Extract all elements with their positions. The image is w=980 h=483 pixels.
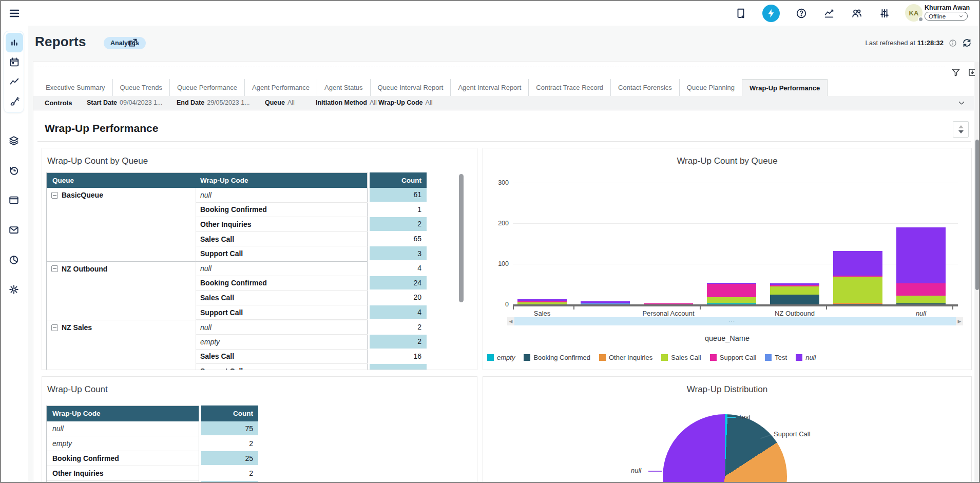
lightning-icon[interactable] — [762, 5, 780, 22]
filter-end-date[interactable]: End Date29/05/2023 1... — [177, 99, 250, 106]
refresh-icon[interactable] — [962, 38, 972, 48]
sidebar-design-icon[interactable] — [6, 91, 23, 111]
controls-collapse-icon[interactable] — [957, 99, 966, 107]
wrapup-code-cell[interactable]: Other Inquiries — [196, 217, 368, 232]
count-cell[interactable]: 2 — [201, 466, 258, 481]
bar-personal-account[interactable] — [644, 303, 693, 304]
count-cell[interactable]: 106 — [201, 481, 258, 483]
tab-queue-trends[interactable]: Queue Trends — [112, 79, 169, 96]
bar-segment-sales-call[interactable] — [896, 296, 946, 304]
sliders-icon[interactable] — [878, 7, 891, 20]
hamburger-menu-icon[interactable] — [8, 7, 21, 20]
bar-segment-support-call[interactable] — [707, 284, 756, 297]
sidebar-calendar-icon[interactable] — [6, 52, 23, 72]
wrapup-code-cell[interactable]: Support Call — [196, 364, 368, 370]
tab-agent-interval-report[interactable]: Agent Interval Report — [450, 79, 528, 96]
sidebar-layers-icon[interactable] — [5, 131, 23, 150]
wrapup-code-cell[interactable]: Booking Confirmed — [47, 451, 199, 466]
sidebar-history-icon[interactable] — [5, 161, 23, 180]
bar-segment-support-call[interactable] — [896, 283, 946, 296]
hscroll-thumb[interactable] — [514, 317, 956, 325]
wrapup-code-cell[interactable]: null — [196, 261, 368, 276]
queue-cell[interactable]: NZ Sales — [46, 320, 196, 335]
page-scrollbar-thumb[interactable] — [975, 140, 979, 290]
metrics-icon[interactable] — [823, 7, 835, 20]
tab-queue-planning[interactable]: Queue Planning — [679, 79, 742, 96]
sidebar-bar-chart-icon[interactable] — [6, 33, 23, 52]
bar-segment-booking-confirmed[interactable] — [833, 304, 882, 304]
table-scrollbar[interactable] — [459, 174, 464, 302]
wrapup-code-cell[interactable]: Sales Call — [196, 232, 368, 247]
bar-queue-2[interactable] — [581, 301, 630, 304]
table-header[interactable]: Queue Wrap-Up Code — [46, 172, 368, 188]
tab-agent-performance[interactable]: Agent Performance — [244, 79, 317, 96]
hscroll-right-button[interactable]: ▶ — [956, 317, 963, 325]
agent-status-select[interactable]: Offline — [925, 12, 968, 21]
bar-segment-null[interactable] — [833, 251, 882, 276]
bar-queue-4[interactable] — [707, 283, 756, 304]
legend-item-sales-call[interactable]: Sales Call — [661, 354, 701, 361]
table-header-count[interactable]: Count — [370, 172, 427, 188]
wrapup-code-cell[interactable]: Sales Call — [47, 481, 199, 483]
count-cell[interactable]: 4 — [370, 261, 427, 276]
tab-contract-trace-record[interactable]: Contract Trace Record — [528, 79, 610, 96]
spinner-up-icon[interactable] — [958, 125, 964, 128]
bar-segment-sales-call[interactable] — [770, 286, 819, 295]
count-cell[interactable]: 16 — [370, 350, 427, 364]
wrapup-code-cell[interactable]: Support Call — [196, 246, 368, 261]
filter-initiation-method[interactable]: Initiation MethodAll — [316, 99, 377, 106]
count-cell[interactable]: 75 — [201, 421, 258, 436]
tab-queue-interval-report[interactable]: Queue Interval Report — [370, 79, 451, 96]
wrapup-code-cell[interactable]: Other Inquiries — [47, 466, 199, 481]
count-cell[interactable]: 2 — [370, 335, 427, 350]
legend-item-booking-confirmed[interactable]: Booking Confirmed — [524, 354, 590, 361]
legend-item-empty[interactable]: empty — [487, 354, 515, 361]
wrapup-code-cell[interactable]: null — [196, 320, 368, 335]
bar-segment-booking-confirmed[interactable] — [770, 295, 819, 304]
avatar[interactable]: KA — [905, 4, 923, 22]
queue-cell[interactable]: NZ Outbound — [46, 261, 196, 276]
count-cell[interactable]: 61 — [370, 188, 427, 203]
sidebar-pie-chart-icon[interactable] — [5, 250, 23, 269]
bar-segment-support-call[interactable] — [644, 303, 693, 304]
count-cell[interactable]: 1 — [370, 203, 427, 218]
table-header[interactable]: Wrap-Up Code — [46, 405, 199, 421]
sidebar-gear-icon[interactable] — [5, 280, 23, 299]
tab-wrap-up-performance[interactable]: Wrap-Up Performance — [742, 79, 828, 96]
count-cell[interactable]: 3 — [370, 246, 427, 261]
bar-queue-6[interactable] — [833, 251, 882, 304]
tab-contact-forensics[interactable]: Contact Forensics — [610, 79, 679, 96]
bar-sales[interactable] — [517, 299, 567, 304]
tab-executive-summary[interactable]: Executive Summary — [39, 79, 112, 96]
count-cell[interactable]: 24 — [370, 276, 427, 291]
hscroll-left-button[interactable]: ◀ — [507, 317, 514, 325]
wrapup-code-cell[interactable]: Sales Call — [196, 350, 368, 364]
collapse-group-icon[interactable] — [51, 192, 58, 199]
count-cell[interactable] — [370, 364, 427, 370]
wrapup-code-cell[interactable]: empty — [47, 436, 199, 451]
pie-chart[interactable] — [663, 414, 787, 483]
bar-segment-sales-call[interactable] — [833, 277, 882, 303]
wrapup-code-cell[interactable]: null — [196, 188, 368, 203]
wrapup-code-cell[interactable]: Sales Call — [196, 291, 368, 305]
sheet-scroll-spinner[interactable] — [953, 121, 969, 138]
tab-agent-status[interactable]: Agent Status — [317, 79, 370, 96]
count-cell[interactable]: 2 — [370, 217, 427, 232]
count-cell[interactable]: 4 — [370, 305, 427, 320]
collapse-group-icon[interactable] — [51, 324, 58, 331]
bar-segment-null[interactable] — [896, 227, 946, 283]
count-cell[interactable]: 65 — [370, 232, 427, 247]
bar-nz-outbound[interactable] — [770, 283, 819, 304]
filter-icon[interactable] — [951, 68, 960, 77]
bar-segment-sales-call[interactable] — [517, 302, 567, 304]
bar-segment-booking-confirmed[interactable] — [896, 303, 946, 304]
count-cell[interactable]: 2 — [201, 436, 258, 451]
wrapup-code-cell[interactable]: null — [47, 421, 199, 436]
info-icon[interactable] — [949, 39, 957, 47]
queue-cell[interactable]: BasicQueue — [46, 188, 196, 203]
sidebar-mail-icon[interactable] — [5, 220, 23, 240]
legend-item-null[interactable]: null — [796, 354, 816, 361]
legend-item-support-call[interactable]: Support Call — [710, 354, 757, 361]
collapse-group-icon[interactable] — [51, 265, 58, 272]
help-icon[interactable] — [795, 7, 808, 20]
